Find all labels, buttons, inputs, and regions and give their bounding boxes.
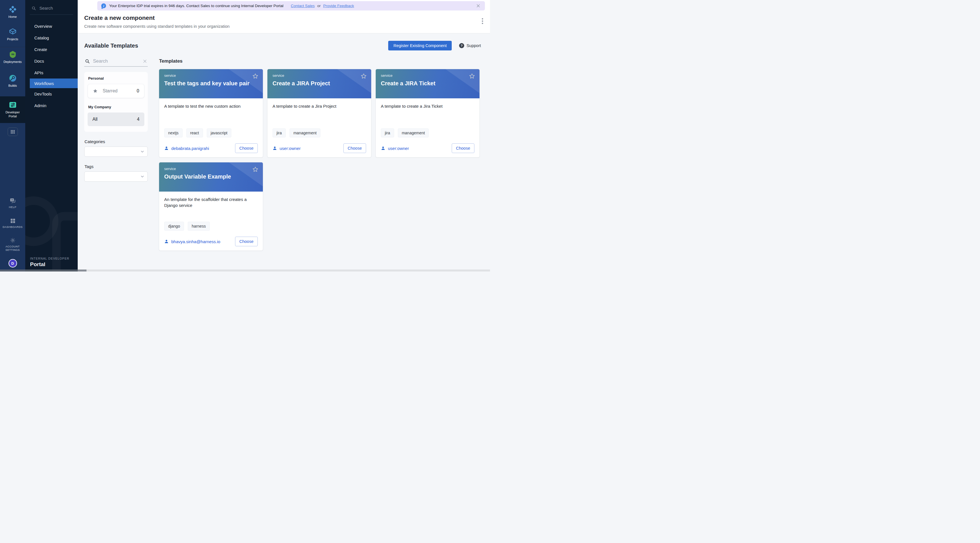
available-templates-heading: Available Templates [84,43,138,49]
register-existing-component-button[interactable]: Register Existing Component [388,41,452,51]
sidebar-footer: INTERNAL DEVELOPER Portal [30,257,69,268]
filter-panel: Personal Starred 0 My Company All 4 [84,57,148,182]
scrollbar-thumb[interactable] [0,270,86,272]
module-sidebar: Search Overview Catalog Create Docs APIs… [25,0,78,272]
template-owner-link[interactable]: user:owner [280,146,301,151]
provide-feedback-link[interactable]: Provide Feedback [323,4,354,8]
close-icon [476,4,480,8]
rail-item-help[interactable]: ? HELP [0,198,25,209]
template-card-header: service Create a JIRA Ticket [376,69,479,98]
app-window: Home Projects ∞ Deployments Builds [0,0,490,272]
rail-item-developer-portal[interactable]: Developer Portal [1,101,24,119]
banner-close-button[interactable] [476,3,481,8]
tag-chip: nextjs [164,129,183,137]
template-card-header: service Test the tags and key value pair [159,69,263,98]
tag-chip: react [186,129,203,137]
tags-label: Tags [84,164,148,169]
template-search-input[interactable] [93,59,140,64]
sidebar-item-label: Workflows [34,81,54,86]
template-title: Create a JIRA Ticket [381,80,474,87]
sidebar-item-catalog[interactable]: Catalog [25,32,78,44]
chevron-down-icon [140,149,145,154]
person-icon [164,239,169,244]
projects-icon [8,27,17,36]
tag-chip: django [164,222,184,231]
clear-search-button[interactable] [143,59,147,64]
sidebar-item-overview[interactable]: Overview [25,21,78,32]
template-search [84,57,148,67]
svg-text:?: ? [11,198,13,201]
rail-item-builds[interactable]: Builds [0,74,25,88]
starred-label: Starred [103,89,118,94]
sidebar-search-label: Search [40,6,53,11]
choose-button[interactable]: Choose [452,143,474,153]
choose-button[interactable]: Choose [235,237,258,246]
rail-item-projects[interactable]: Projects [0,27,25,41]
trial-banner-message: Your Enterprise IDP trial expires in 946… [109,4,283,8]
person-icon [164,146,169,151]
search-icon [85,59,90,64]
person-icon [272,146,277,151]
builds-icon [8,74,17,83]
sidebar-item-workflows[interactable]: Workflows [30,78,78,88]
company-section-label: My Company [88,105,144,109]
sidebar-item-create[interactable]: Create [25,44,78,55]
tags-select[interactable] [84,171,148,182]
sidebar-item-docs[interactable]: Docs [25,55,78,67]
template-tags: django harness [164,222,258,231]
star-icon [93,89,98,94]
trial-banner: i Your Enterprise IDP trial expires in 9… [97,1,485,11]
page-menu-button[interactable] [480,17,484,25]
sidebar-item-admin[interactable]: Admin [25,100,78,111]
template-card-body: A template to create a Jira Project jira… [267,98,371,157]
choose-button[interactable]: Choose [235,143,258,153]
rail-label: Deployments [3,60,22,64]
star-icon[interactable] [360,72,368,80]
template-card: service Test the tags and key value pair… [159,69,263,157]
template-tags: nextjs react javascript [164,129,258,137]
star-icon[interactable] [251,165,259,173]
rail-item-deployments[interactable]: ∞ Deployments [0,50,25,64]
template-owner-link[interactable]: user:owner [388,146,409,151]
home-icon [8,5,17,14]
templates-layout: Personal Starred 0 My Company All 4 [78,51,490,251]
user-avatar[interactable]: D [8,259,17,268]
rail-item-account-settings[interactable]: ACCOUNT SETTINGS [0,237,25,252]
kebab-icon [482,18,483,24]
page-subtitle: Create new software components using sta… [84,24,490,29]
tag-chip: jira [381,129,394,137]
star-icon[interactable] [251,72,259,80]
rail-item-home[interactable]: Home [0,5,25,19]
support-button[interactable]: ? Support [459,43,481,48]
rail-label: Projects [7,37,18,41]
template-card-header: service Output Variable Example [159,162,263,192]
horizontal-scrollbar[interactable] [0,270,490,272]
template-card: service Create a JIRA Ticket A template … [375,69,480,157]
all-count: 4 [137,117,140,122]
module-switcher-button[interactable] [8,127,18,136]
template-tags: jira management [272,129,366,137]
categories-select[interactable] [84,146,148,157]
rail-item-dashboards[interactable]: DASHBOARDS [0,218,25,229]
template-type: service [381,73,474,78]
sidebar-item-apis[interactable]: APIs [25,67,78,78]
help-icon: ? [10,198,16,204]
filter-all[interactable]: All 4 [88,113,144,126]
sidebar-search[interactable]: Search [25,0,78,14]
sidebar-item-devtools[interactable]: DevTools [25,88,78,100]
template-description: An template for the scaffolder that crea… [164,196,249,208]
question-icon: ? [459,43,464,48]
filter-starred[interactable]: Starred 0 [88,84,144,98]
template-description: A template to test the new custom action [164,103,258,109]
sidebar-footer-kicker: INTERNAL DEVELOPER [30,257,69,260]
templates-section: Templates service Test the tags and key … [159,57,484,251]
star-icon[interactable] [468,72,476,80]
choose-button[interactable]: Choose [344,143,366,153]
page-title: Create a new component [84,14,490,21]
sidebar-item-label: DevTools [34,92,52,96]
starred-count: 0 [137,89,139,94]
template-owner-link[interactable]: bhavya.sinha@harness.io [171,239,220,244]
template-owner-link[interactable]: debabrata.panigrahi [171,146,209,151]
svg-text:∞: ∞ [11,52,14,56]
contact-sales-link[interactable]: Contact Sales [291,4,315,8]
